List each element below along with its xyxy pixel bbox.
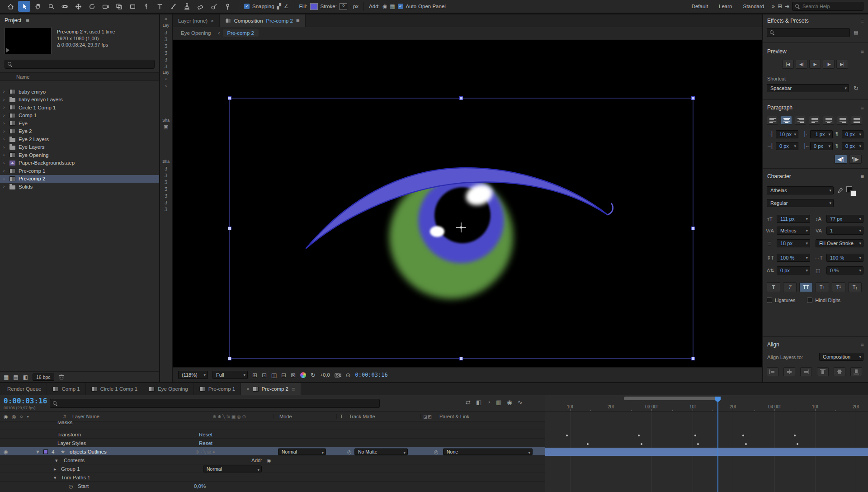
tsume-field[interactable]: 0 % bbox=[826, 266, 863, 274]
collapsed-panel-icon[interactable]: ʒ bbox=[165, 193, 167, 198]
twirl-icon[interactable]: › bbox=[3, 184, 6, 189]
panel-menu-icon[interactable]: ≡ bbox=[860, 173, 864, 180]
workspace-overflow-icon[interactable]: » bbox=[772, 3, 775, 9]
reset-link[interactable]: Reset bbox=[199, 440, 212, 446]
nav-comp-eye-opening[interactable]: Eye Opening bbox=[176, 29, 216, 37]
keyframe-dot[interactable] bbox=[694, 435, 696, 436]
project-item-circle-1-comp-1[interactable]: ›Circle 1 Comp 1 bbox=[0, 104, 159, 112]
collapsed-panel-label[interactable]: Lay bbox=[163, 70, 170, 75]
font-family-select[interactable]: Athelas bbox=[767, 186, 834, 194]
work-area-bar[interactable] bbox=[624, 397, 718, 400]
justify-last-left-button[interactable] bbox=[809, 116, 820, 125]
panel-dock-icon[interactable]: ⇥ bbox=[785, 3, 789, 9]
align-layers-top-button[interactable] bbox=[817, 367, 829, 376]
camera-view-icon[interactable]: ⊟ bbox=[281, 372, 286, 378]
puppet-pin-tool-button[interactable] bbox=[222, 1, 234, 12]
twirl-icon[interactable]: › bbox=[3, 145, 6, 150]
layer-name-column-header[interactable]: Layer Name bbox=[72, 414, 99, 419]
align-left-button[interactable] bbox=[767, 116, 778, 125]
timeline-tab-pre-comp-1[interactable]: Pre-comp 1 bbox=[194, 383, 241, 395]
faux-bold-toggle[interactable]: T bbox=[767, 282, 780, 292]
viewer-timecode[interactable]: 0:00:03:16 bbox=[355, 372, 387, 378]
workspace-standard[interactable]: Standard bbox=[738, 4, 769, 9]
collapsed-panel-icon[interactable]: ʒ bbox=[165, 172, 167, 177]
twirl-icon[interactable]: ▾ bbox=[55, 457, 58, 463]
trash-icon[interactable] bbox=[59, 374, 64, 380]
paragraph-ltr-button[interactable]: ◀¶ bbox=[835, 155, 847, 164]
project-bit-depth[interactable]: 16 bpc bbox=[33, 374, 54, 381]
type-tool-button[interactable] bbox=[154, 1, 166, 12]
justify-all-button[interactable] bbox=[851, 116, 862, 125]
ligatures-checkbox[interactable] bbox=[767, 298, 772, 303]
roto-brush-tool-button[interactable] bbox=[208, 1, 220, 12]
small-caps-toggle[interactable]: TT bbox=[816, 282, 829, 292]
timeline-row-start[interactable]: ◷Start0,0% bbox=[0, 482, 545, 490]
add-shape-icon[interactable]: ◉ bbox=[267, 457, 271, 463]
align-right-button[interactable] bbox=[795, 116, 806, 125]
track-matte-pickwhip-icon[interactable]: ◎ bbox=[347, 449, 352, 454]
tab-layer-viewer[interactable]: Layer (none) × bbox=[173, 14, 220, 27]
keyframe-dot[interactable] bbox=[697, 443, 699, 445]
snapshot-camera-icon[interactable] bbox=[335, 372, 341, 378]
panel-menu-icon[interactable]: ≡ bbox=[860, 104, 864, 111]
workspace-learn[interactable]: Learn bbox=[714, 4, 737, 9]
layer-duration-bar[interactable] bbox=[545, 448, 868, 456]
align-center-button[interactable] bbox=[781, 116, 792, 125]
timeline-row-layer-styles[interactable]: Layer StylesReset bbox=[0, 439, 545, 447]
timeline-tab-comp-1[interactable]: Comp 1 bbox=[47, 383, 85, 395]
project-item-paper-backgrounds-aep[interactable]: ›APaper-Backgrounds.aep bbox=[0, 159, 159, 167]
eraser-tool-button[interactable] bbox=[194, 1, 207, 12]
timeline-tab-pre-comp-2[interactable]: ×Pre-comp 2≡ bbox=[241, 383, 301, 395]
horizontal-scale-field[interactable]: 100 % bbox=[826, 254, 863, 262]
graph-editor-icon[interactable]: ∿ bbox=[518, 399, 523, 406]
keyframe-dot[interactable] bbox=[566, 435, 568, 436]
keyframe-dot[interactable] bbox=[797, 443, 798, 445]
track-matte-select[interactable]: No Matte bbox=[354, 448, 408, 455]
effects-search-input[interactable] bbox=[777, 30, 847, 35]
timeline-graph-area[interactable] bbox=[545, 412, 868, 492]
timeline-row-masks[interactable]: Masks bbox=[0, 421, 545, 430]
motion-blur-icon[interactable]: ◉ bbox=[507, 399, 512, 406]
project-item-eye[interactable]: ›Eye bbox=[0, 119, 159, 128]
property-label[interactable]: Transform bbox=[57, 432, 81, 437]
timeline-row-objects-outlines[interactable]: ◉▼4★objects Outlines⊕ ◦ ╲ ◎ ●Normal◎No M… bbox=[0, 447, 545, 456]
mini-flowchart-icon[interactable]: ⇄ bbox=[466, 399, 471, 406]
group-label[interactable]: Trim Paths 1 bbox=[61, 475, 90, 480]
region-of-interest-icon[interactable]: ⊠ bbox=[291, 372, 296, 378]
property-value[interactable]: 0,0% bbox=[194, 483, 206, 489]
keyframe-dot[interactable] bbox=[745, 443, 747, 445]
orbit-camera-tool-button[interactable] bbox=[59, 1, 71, 12]
shape-tool-button[interactable] bbox=[127, 1, 139, 12]
go-to-first-frame-button[interactable]: |◀ bbox=[782, 60, 794, 69]
rotation-tool-button[interactable] bbox=[86, 1, 98, 12]
subscript-toggle[interactable]: T₁ bbox=[848, 282, 862, 292]
keyframe-dot[interactable] bbox=[794, 435, 796, 436]
twirl-icon[interactable]: › bbox=[3, 161, 6, 166]
project-item-pre-comp-2[interactable]: ›Pre-comp 2 bbox=[0, 175, 159, 183]
collapsed-panel-icon[interactable]: ʒ bbox=[165, 43, 167, 48]
vertical-scale-field[interactable]: 100 % bbox=[777, 254, 810, 262]
group-blend-mode-select[interactable]: Normal bbox=[203, 465, 262, 472]
new-comp-icon[interactable]: ◧ bbox=[23, 374, 28, 380]
keyframe-dot[interactable] bbox=[742, 435, 744, 436]
mode-column-header[interactable]: Mode bbox=[279, 414, 292, 419]
reset-link[interactable]: Reset bbox=[199, 432, 212, 437]
property-label[interactable]: Layer Styles bbox=[57, 440, 86, 446]
group-label[interactable]: Group 1 bbox=[61, 466, 80, 472]
project-search-input[interactable] bbox=[15, 62, 151, 67]
panel-menu-icon[interactable]: ≡ bbox=[26, 17, 29, 24]
current-time-indicator-line[interactable] bbox=[717, 401, 718, 492]
help-search-input[interactable] bbox=[802, 4, 860, 9]
workspace-default[interactable]: Default bbox=[687, 4, 713, 9]
project-item-pre-comp-1[interactable]: ›Pre-comp 1 bbox=[0, 167, 159, 175]
close-icon[interactable]: × bbox=[211, 18, 213, 24]
brush-tool-button[interactable] bbox=[167, 1, 179, 12]
parent-column-header[interactable]: Parent & Link bbox=[439, 414, 469, 419]
twirl-icon[interactable]: ▾ bbox=[54, 474, 57, 480]
project-item-eye-opening[interactable]: ›Eye Opening bbox=[0, 151, 159, 159]
timeline-tab-eye-opening[interactable]: Eye Opening bbox=[143, 383, 194, 395]
collapsed-panel-icon[interactable]: ʒ bbox=[165, 206, 167, 211]
timeline-tab-circle-1-comp-1[interactable]: Circle 1 Comp 1 bbox=[86, 383, 143, 395]
font-style-select[interactable]: Regular bbox=[767, 199, 834, 207]
justify-last-center-button[interactable] bbox=[823, 116, 834, 125]
